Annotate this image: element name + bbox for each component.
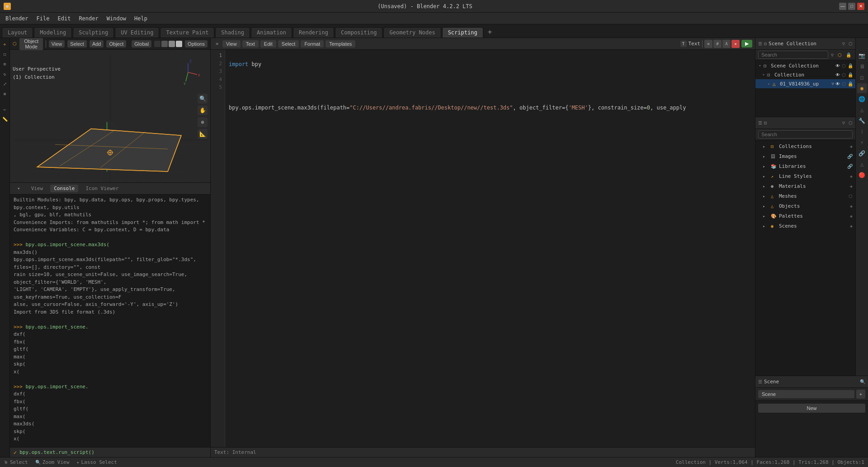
prop-icon-constraints[interactable]: 🔗 (857, 148, 867, 158)
db-images-expand[interactable]: ▸ (763, 154, 769, 159)
script-close-btn[interactable]: ✕ (731, 40, 740, 48)
tab-shading[interactable]: Shading (215, 27, 250, 38)
prop-icon-data[interactable]: △ (857, 159, 867, 169)
db-scenes-expand[interactable]: ▸ (763, 224, 769, 229)
menu-window[interactable]: Window (103, 14, 130, 23)
db-palettes-expand[interactable]: ▸ (763, 214, 769, 219)
tab-modeling[interactable]: Modeling (34, 27, 72, 38)
viewport-options-button[interactable]: Options (185, 40, 208, 48)
scene-new-button[interactable]: New (758, 404, 865, 413)
sidebar-icon-select[interactable]: ◻ (1, 50, 9, 58)
db-meshes-ctrl[interactable]: ⬡ (849, 194, 853, 199)
tab-scripting[interactable]: Scripting (442, 27, 483, 38)
tab-compositing[interactable]: Compositing (335, 27, 382, 38)
viewport-view-button[interactable]: View (49, 40, 65, 48)
db-materials-ctrl[interactable]: ◈ (850, 184, 853, 189)
tab-geometry-nodes[interactable]: Geometry Nodes (383, 27, 441, 38)
scene-props-search[interactable]: 🔍 (860, 379, 865, 384)
script-line-numbers[interactable]: # (713, 40, 722, 48)
db-libraries-expand[interactable]: ▸ (763, 164, 769, 169)
filter-icon-2[interactable]: ⬡ (836, 52, 843, 58)
scene-collection-visibility[interactable]: 👁 (835, 63, 840, 68)
object-filter-icon[interactable]: ▽ (832, 81, 834, 86)
object-lock[interactable]: 🔒 (847, 81, 854, 86)
db-libraries-ctrl[interactable]: 🔗 (847, 164, 853, 169)
data-browser-search-input[interactable] (758, 130, 853, 138)
prop-icon-scene[interactable]: ◉ (857, 83, 867, 93)
db-palettes-ctrl[interactable]: ◈ (850, 214, 853, 219)
filter-icon-1[interactable]: ▽ (830, 52, 835, 58)
menu-help[interactable]: Help (131, 14, 151, 23)
vp-shading-wire[interactable] (154, 41, 160, 47)
script-format-button[interactable]: Format (301, 40, 324, 48)
scene-collection-exclude[interactable]: ⬡ (841, 63, 846, 68)
scene-selector-btn[interactable]: Scene (758, 390, 854, 398)
object-exclude[interactable]: ⬡ (841, 81, 846, 86)
data-browser-display-btn[interactable]: ⬡ (849, 120, 853, 125)
viewport-global-button[interactable]: Global (132, 40, 151, 48)
prop-icon-modifier[interactable]: 🔧 (857, 116, 867, 126)
tab-sculpting[interactable]: Sculpting (73, 27, 114, 38)
minimize-button[interactable]: — (839, 3, 846, 10)
db-linestyles-ctrl[interactable]: ◈ (850, 174, 853, 179)
db-materials-expand[interactable]: ▸ (763, 184, 769, 189)
viewport-tool-search[interactable]: 🔍 (198, 94, 208, 104)
viewport-select-button[interactable]: Select (67, 40, 87, 48)
script-editor-icon[interactable]: ≡ (213, 40, 221, 48)
viewport-tool-hand[interactable]: ✋ (198, 105, 208, 115)
script-templates-button[interactable]: Templates (326, 40, 355, 48)
db-images-ctrl[interactable]: 🔗 (847, 154, 853, 159)
scene-add-icon[interactable]: + (856, 390, 865, 399)
db-item-materials[interactable]: ▸ ● Materials ◈ (755, 181, 855, 191)
tab-add-button[interactable]: + (484, 27, 496, 38)
object-mode-button[interactable]: Object Mode (19, 38, 43, 50)
console-tab-arrow[interactable]: ▾ (14, 185, 24, 192)
prop-icon-world[interactable]: 🌐 (857, 94, 867, 104)
expand-object[interactable]: ▸ (766, 81, 772, 86)
maximize-button[interactable]: □ (848, 3, 855, 10)
sidebar-icon-cursor[interactable]: ✛ (1, 40, 9, 48)
sidebar-icon-transform[interactable]: ⊛ (1, 90, 9, 98)
collection-lock[interactable]: 🔒 (847, 72, 854, 77)
tab-texture-paint[interactable]: Texture Paint (160, 27, 214, 38)
viewport-tool-transform[interactable]: ⊛ (198, 117, 208, 127)
outliner-search-input[interactable] (758, 51, 828, 59)
db-item-images[interactable]: ▸ 🖼 Images 🔗 (755, 151, 855, 161)
script-edit-button[interactable]: Edit (260, 40, 276, 48)
vp-shading-solid[interactable] (161, 41, 168, 47)
outliner-sort-btn[interactable]: ⬡ (849, 41, 853, 46)
prop-icon-material[interactable]: 🔴 (857, 170, 867, 180)
sidebar-icon-measure[interactable]: 📏 (1, 115, 9, 123)
prop-icon-view-layer[interactable]: ◫ (857, 72, 867, 82)
data-browser-sort-btn[interactable]: ▽ (842, 120, 845, 125)
db-collections-ctrl[interactable]: ◈ (850, 144, 853, 149)
viewport-tool-measure[interactable]: 📐 (198, 129, 208, 139)
db-collections-expand[interactable]: ▸ (763, 144, 769, 149)
outliner-row-collection[interactable]: ▾ ⊡ Collection 👁 ⬡ 🔒 (755, 70, 855, 79)
console-content[interactable]: Builtin Modules: bpy, bpy.data, bpy.ops,… (10, 195, 210, 447)
vp-shading-material[interactable] (169, 41, 175, 47)
console-tab-icon-viewer[interactable]: Icon Viewer (82, 185, 122, 192)
db-item-palettes[interactable]: ▸ 🎨 Palettes ◈ (755, 211, 855, 221)
tab-rendering[interactable]: Rendering (293, 27, 334, 38)
scene-collection-lock[interactable]: 🔒 (847, 63, 854, 68)
outliner-row-object[interactable]: ▸ △ 01_V814936_up ▽ 👁 ⬡ 🔒 (755, 79, 855, 88)
db-item-meshes[interactable]: ▸ △ Meshes ⬡ (755, 191, 855, 201)
vp-shading-render[interactable] (176, 41, 182, 47)
prop-icon-particles[interactable]: ⁞ (857, 127, 867, 137)
menu-render[interactable]: Render (75, 14, 102, 23)
code-editor[interactable]: 1 2 3 4 5 import bpy bpy.ops.import_scen… (211, 50, 755, 447)
prop-icon-render[interactable]: 📷 (857, 51, 867, 61)
expand-scene-collection[interactable]: ▾ (757, 63, 763, 68)
script-word-wrap[interactable]: ≡ (704, 40, 712, 48)
data-browser-content[interactable]: ▸ ⊡ Collections ◈ ▸ 🖼 Images 🔗 (755, 140, 855, 376)
menu-edit[interactable]: Edit (54, 14, 74, 23)
viewport-object-button[interactable]: Object (106, 40, 126, 48)
collection-visibility[interactable]: 👁 (835, 72, 840, 77)
db-item-line-styles[interactable]: ▸ ↗ Line Styles ◈ (755, 171, 855, 181)
db-item-collections[interactable]: ▸ ⊡ Collections ◈ (755, 141, 855, 151)
db-linestyles-expand[interactable]: ▸ (763, 174, 769, 179)
db-item-libraries[interactable]: ▸ 📚 Libraries 🔗 (755, 161, 855, 171)
menu-file[interactable]: File (33, 14, 53, 23)
sidebar-icon-rotate[interactable]: ↻ (1, 70, 9, 78)
